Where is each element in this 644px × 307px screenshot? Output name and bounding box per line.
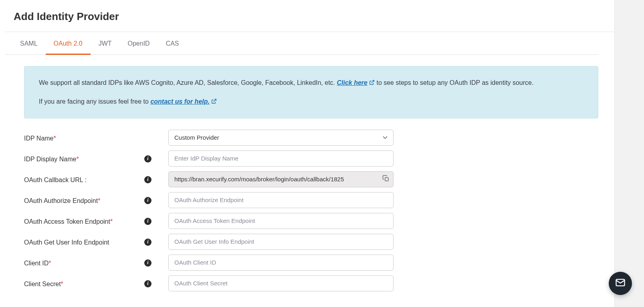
authorize-endpoint-label: OAuth Authorize Endpoint* [24,196,144,205]
page-title: Add Identity Provider [5,0,614,32]
copy-icon[interactable] [382,175,390,184]
content-area: Add Identity Provider SAML OAuth 2.0 JWT… [0,0,614,291]
info-icon[interactable]: i [144,218,151,225]
row-callback-url: OAuth Callback URL : i [24,171,598,187]
info-banner: We support all standard IDPs like AWS Co… [24,66,598,118]
client-secret-label: Client Secret* [24,279,144,288]
chat-fab[interactable] [609,272,632,295]
client-secret-input[interactable] [168,275,394,291]
banner-text-1: We support all standard IDPs like AWS Co… [39,79,337,86]
authorize-endpoint-input[interactable] [168,192,394,208]
row-client-id: Client ID* i [24,255,598,271]
click-here-link[interactable]: Click here [337,79,375,86]
callback-url-input[interactable] [168,171,394,187]
tab-openid[interactable]: OpenID [120,33,158,55]
tab-cas[interactable]: CAS [158,33,187,55]
scrollbar-gutter [614,0,644,307]
info-icon[interactable]: i [144,176,151,183]
token-endpoint-label: OAuth Access Token Endpoint* [24,217,144,225]
row-authorize-endpoint: OAuth Authorize Endpoint* i [24,192,598,208]
row-idp-name: IDP Name* Custom Provider [24,130,598,146]
title-divider [5,32,614,32]
info-icon[interactable]: i [144,239,151,246]
client-id-label: Client ID* [24,258,144,267]
external-link-icon [211,97,217,107]
row-token-endpoint: OAuth Access Token Endpoint* i [24,213,598,229]
banner-text-3: If you are facing any issues feel free t… [39,98,150,105]
oauth-form: IDP Name* Custom Provider IDP Display Na… [24,130,598,291]
tab-jwt[interactable]: JWT [91,33,120,55]
info-icon[interactable]: i [144,280,151,287]
svg-rect-0 [385,178,388,181]
idp-name-label: IDP Name* [24,133,144,142]
row-idp-display-name: IDP Display Name* i [24,150,598,167]
client-id-input[interactable] [168,255,394,271]
tab-saml[interactable]: SAML [12,33,46,55]
idp-display-name-input[interactable] [168,150,394,167]
external-link-icon [369,78,375,88]
userinfo-endpoint-label: OAuth Get User Info Endpoint [24,237,144,246]
mail-icon [615,277,626,290]
info-icon[interactable]: i [144,155,151,163]
tab-panel-oauth2: We support all standard IDPs like AWS Co… [5,55,614,291]
userinfo-endpoint-input[interactable] [168,234,394,250]
protocol-tabs: SAML OAuth 2.0 JWT OpenID CAS [5,33,598,55]
contact-us-link[interactable]: contact us for help. [150,98,217,105]
info-icon[interactable]: i [144,197,151,204]
idp-display-name-label: IDP Display Name* [24,154,144,163]
callback-url-label: OAuth Callback URL : [24,175,144,184]
idp-name-select[interactable]: Custom Provider [168,130,394,146]
tab-oauth2[interactable]: OAuth 2.0 [46,33,91,55]
banner-text-2: to see steps to setup any OAuth IDP as i… [375,79,533,86]
row-userinfo-endpoint: OAuth Get User Info Endpoint i [24,234,598,250]
row-client-secret: Client Secret* i [24,275,598,291]
token-endpoint-input[interactable] [168,213,394,229]
info-icon[interactable]: i [144,259,151,267]
